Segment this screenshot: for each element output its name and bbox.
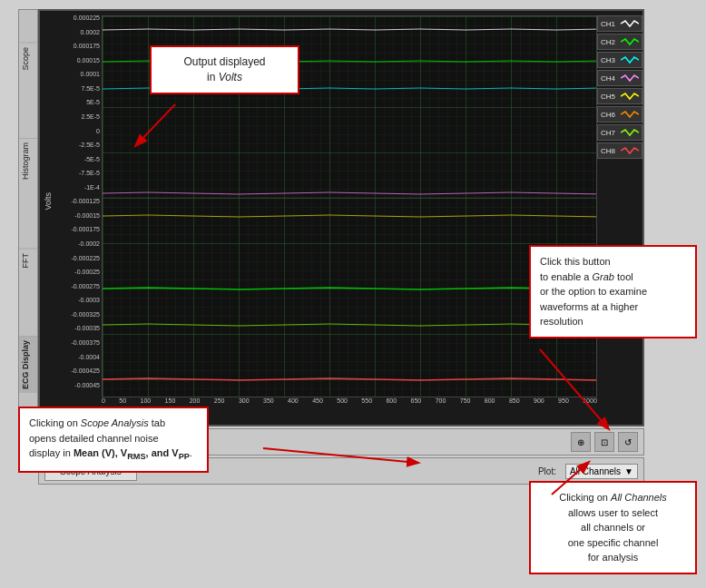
plot-label: Plot: <box>538 466 556 476</box>
channel-buttons: CH1 CH2 CH3 CH4 CH5 CH6 <box>597 15 642 159</box>
all-channels-annotation: Clicking on All Channelsallows user to s… <box>529 481 697 574</box>
tab-histogram[interactable]: Histogram <box>19 138 37 183</box>
dropdown-arrow-icon: ▼ <box>624 466 633 476</box>
ch2-waveform-icon <box>621 37 639 46</box>
reset-button[interactable]: ↺ <box>618 432 638 452</box>
grab-tool-text: Click this buttonto enable a Grab toolor… <box>540 256 647 327</box>
ch4-waveform-icon <box>621 74 639 83</box>
all-channels-dropdown[interactable]: All Channels ▼ <box>565 464 638 479</box>
scope-display: Volts 0.000225 0.0002 0.000175 0.00015 0… <box>38 9 644 426</box>
y-axis: 0.000225 0.0002 0.000175 0.00015 0.0001 … <box>40 11 102 392</box>
grab-tool-button[interactable]: ⊡ <box>594 432 614 452</box>
all-channels-text: Clicking on All Channelsallows user to s… <box>559 492 667 563</box>
channel-1-button[interactable]: CH1 <box>597 15 642 32</box>
output-volts-annotation: Output displayedin Volts <box>150 45 299 94</box>
zoom-fit-button[interactable]: ⊕ <box>571 432 591 452</box>
channel-5-button[interactable]: CH5 <box>597 88 642 104</box>
ch5-waveform-icon <box>621 92 639 101</box>
grab-tool-annotation: Click this buttonto enable a Grab toolor… <box>529 245 697 338</box>
channel-2-button[interactable]: CH2 <box>597 34 642 50</box>
ch8-waveform-icon <box>621 146 639 155</box>
channel-4-button[interactable]: CH4 <box>597 70 642 86</box>
ch6-waveform-icon <box>621 110 639 119</box>
ch7-waveform-icon <box>621 128 639 137</box>
ch3-waveform-icon <box>621 55 639 64</box>
channel-6-button[interactable]: CH6 <box>597 106 642 122</box>
channel-8-button[interactable]: CH8 <box>597 142 642 159</box>
annotation-volts-text: Output displayedin Volts <box>183 55 265 83</box>
scope-analysis-text: Clicking on Scope Analysis tabopens deta… <box>29 417 192 458</box>
all-channels-label: All Channels <box>570 466 621 476</box>
tab-scope[interactable]: Scope <box>19 43 37 74</box>
scope-analysis-annotation: Clicking on Scope Analysis tabopens deta… <box>18 407 209 473</box>
channel-3-button[interactable]: CH3 <box>597 52 642 68</box>
left-tabs: Scope Histogram FFT ECG Display <box>18 9 38 426</box>
channel-7-button[interactable]: CH7 <box>597 124 642 141</box>
tab-ecg-display[interactable]: ECG Display <box>19 336 37 393</box>
tab-fft[interactable]: FFT <box>19 249 37 272</box>
ch1-waveform-icon <box>621 19 639 28</box>
